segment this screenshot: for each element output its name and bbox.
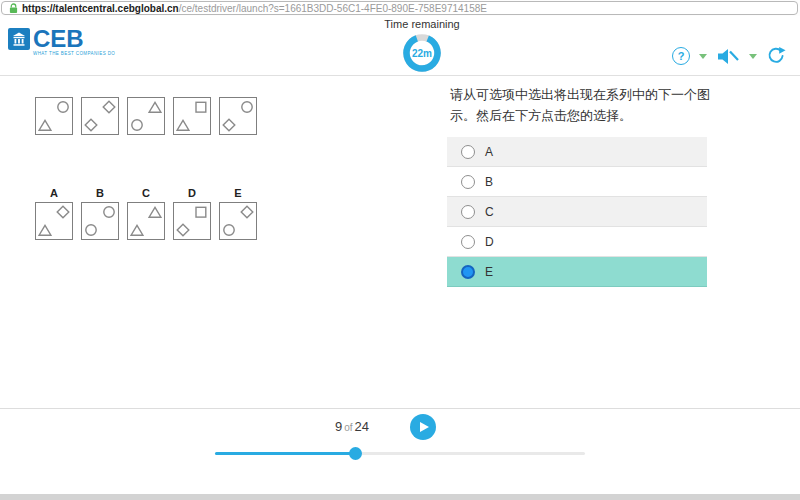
play-icon xyxy=(420,422,429,432)
logo-tagline: WHAT THE BEST COMPANIES DO xyxy=(33,51,115,56)
option-box xyxy=(127,202,165,240)
secure-lock-icon xyxy=(9,3,18,14)
page-of-label: of xyxy=(342,422,354,433)
browser-url-bar: https://talentcentral.cebglobal.cn/ce/te… xyxy=(0,0,800,16)
answer-row-e[interactable]: E xyxy=(447,257,707,287)
radio-button[interactable] xyxy=(461,145,475,159)
series-box xyxy=(173,97,211,135)
option-label: A xyxy=(35,187,73,199)
url-domain: https://talentcentral.cebglobal.cn xyxy=(22,3,179,14)
audio-muted-icon[interactable] xyxy=(716,47,740,66)
radio-button[interactable] xyxy=(461,175,475,189)
progress-slider[interactable] xyxy=(215,446,585,460)
answer-row-d[interactable]: D xyxy=(447,227,707,257)
series-box xyxy=(219,97,257,135)
page-count-text: 9of24 xyxy=(335,419,369,434)
diamond-icon xyxy=(102,100,116,114)
option-label: E xyxy=(219,187,257,199)
triangle-icon xyxy=(38,118,52,132)
option-label: C xyxy=(127,187,165,199)
answer-row-a[interactable]: A xyxy=(447,137,707,167)
refresh-icon[interactable] xyxy=(766,46,786,66)
diamond-icon xyxy=(176,223,190,237)
footer-divider xyxy=(0,408,800,409)
timer-value: 22m xyxy=(401,32,443,74)
radio-button[interactable] xyxy=(461,205,475,219)
url-path: /ce/testdriver/launch?s=1661B3DD-56C1-4F… xyxy=(179,3,487,14)
timer-donut: 22m xyxy=(401,32,443,74)
circle-icon xyxy=(102,205,116,219)
diamond-icon xyxy=(84,118,98,132)
circle-icon xyxy=(84,223,98,237)
triangle-icon xyxy=(130,223,144,237)
series-box xyxy=(81,97,119,135)
slider-fill xyxy=(215,452,355,455)
option-box xyxy=(35,202,73,240)
answer-row-b[interactable]: B xyxy=(447,167,707,197)
diamond-icon xyxy=(56,205,70,219)
square-icon xyxy=(194,100,208,114)
circle-icon xyxy=(240,100,254,114)
option-box xyxy=(173,202,211,240)
series-box xyxy=(127,97,165,135)
url-input[interactable]: https://talentcentral.cebglobal.cn/ce/te… xyxy=(1,1,798,15)
header: CEB WHAT THE BEST COMPANIES DO Time rema… xyxy=(0,16,800,76)
answer-label: C xyxy=(485,205,494,219)
answer-label: A xyxy=(485,145,493,159)
circle-icon xyxy=(222,223,236,237)
answer-label: B xyxy=(485,175,493,189)
bank-building-icon xyxy=(8,28,30,50)
answer-label: D xyxy=(485,235,494,249)
triangle-icon xyxy=(148,100,162,114)
triangle-icon xyxy=(38,223,52,237)
circle-icon xyxy=(56,100,70,114)
triangle-icon xyxy=(148,205,162,219)
option-label: B xyxy=(81,187,119,199)
timer: Time remaining 22m xyxy=(352,18,492,74)
square-icon xyxy=(194,205,208,219)
logo-text: CEB xyxy=(33,28,115,50)
chevron-down-icon[interactable] xyxy=(749,54,757,59)
answer-list: ABCDE xyxy=(447,137,707,287)
ceb-logo: CEB WHAT THE BEST COMPANIES DO xyxy=(8,28,115,56)
diamond-icon xyxy=(222,118,236,132)
triangle-icon xyxy=(176,118,190,132)
instruction-text: 请从可选项中选出将出现在系列中的下一个图示。然后在下方点击您的选择。 xyxy=(450,84,712,126)
option-box xyxy=(81,202,119,240)
radio-button[interactable] xyxy=(461,265,475,279)
option-box xyxy=(219,202,257,240)
answer-label: E xyxy=(485,265,493,279)
answer-row-c[interactable]: C xyxy=(447,197,707,227)
timer-label: Time remaining xyxy=(352,18,492,30)
header-icons: ? xyxy=(672,46,786,66)
slider-handle[interactable] xyxy=(349,447,362,460)
page-total: 24 xyxy=(355,419,369,434)
next-play-button[interactable] xyxy=(410,414,436,440)
window-bottom-edge xyxy=(0,494,800,500)
chevron-down-icon[interactable] xyxy=(699,54,707,59)
option-label: D xyxy=(173,187,211,199)
series-box xyxy=(35,97,73,135)
help-icon[interactable]: ? xyxy=(672,47,690,65)
radio-button[interactable] xyxy=(461,235,475,249)
circle-icon xyxy=(130,118,144,132)
diamond-icon xyxy=(240,205,254,219)
